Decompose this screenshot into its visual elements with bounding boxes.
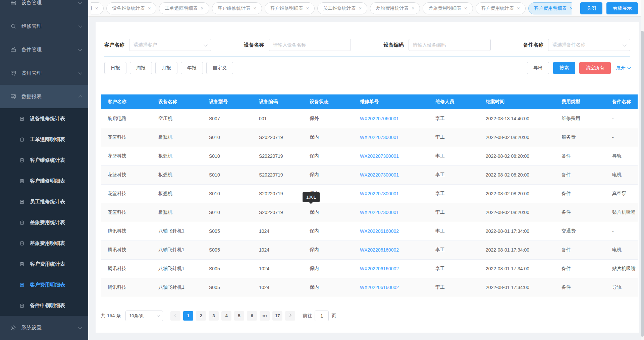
clear-all-button[interactable]: 清空所有 [579,62,611,74]
tab-7[interactable]: 差旅费用明细表× [423,2,473,14]
next-page-button[interactable] [285,311,295,321]
sidebar-item-0[interactable]: 设备管理 [0,0,88,14]
tab-8[interactable]: 客户费用统计表× [476,2,526,14]
close-icon[interactable]: × [464,6,467,11]
prev-page-button[interactable] [170,311,180,321]
repair-order-link[interactable]: WX202207300001 [353,128,429,147]
table-cell: 1024 [252,259,303,278]
table-cell: 保内 [303,278,353,297]
filter-select-0[interactable]: 请选择客户 [129,39,211,51]
close-icon[interactable]: × [570,6,572,11]
goto-page-input[interactable] [315,311,329,321]
chevron-up-icon [78,95,82,99]
tab-9[interactable]: 客户费用明细表× [528,2,572,14]
notebook-icon [19,261,25,267]
sidebar-subitem-6[interactable]: 差旅费用明细表 [0,233,88,254]
sidebar-subitem-4[interactable]: 员工维修统计表 [0,191,88,212]
tab-3[interactable]: 客户维修统计表× [212,2,262,14]
table-cell: 备件 [555,259,605,278]
filter-input-2[interactable] [409,39,491,51]
toolbar-actions: 导出 搜索 清空所有 展开 [523,62,630,74]
tab-bar: 用×设备维修统计表×工单追踪明细表×客户维修统计表×客户维修明细表×员工维修统计… [88,0,644,17]
tab-1[interactable]: 设备维修统计表× [106,2,156,14]
close-icon[interactable]: × [517,6,520,11]
sidebar-item-2[interactable]: 备件管理 [0,38,88,61]
scrollbar-thumb[interactable] [641,31,644,337]
sidebar-subitem-8[interactable]: 客户费用明细表 [0,274,88,295]
table-cell: 花篮科技 [101,128,152,147]
table-cell: 001 [252,109,303,128]
table-cell: 1024 [252,241,303,259]
repair-order-link[interactable]: WX202206160002 [353,222,429,241]
table-cell: 板翘机 [152,147,202,165]
tab-2[interactable]: 工单追踪明细表× [159,2,209,14]
table-cell: 八轴飞针机1 [152,278,202,297]
page-button-4[interactable]: 4 [221,311,231,321]
period-button-4[interactable]: 自定义 [206,62,233,74]
close-icon[interactable]: × [148,6,151,11]
page-button-2[interactable]: 2 [196,311,206,321]
repair-order-link[interactable]: WX202207060001 [353,109,429,128]
repair-order-link[interactable]: WX202207300001 [353,203,429,222]
export-button[interactable]: 导出 [527,62,549,74]
table-row-3: 花篮科技板翘机S010S20220719保内WX202207300001李工20… [101,165,638,184]
filter-group-1: 设备名称 [244,39,351,51]
page-size-select[interactable]: 10条/页 [125,311,163,321]
page-button-1[interactable]: 1 [183,311,193,321]
expand-link[interactable]: 展开 [616,65,630,71]
chevron-down-icon [204,43,207,46]
search-button[interactable]: 搜索 [553,62,575,74]
close-icon[interactable]: × [412,6,414,11]
tab-6[interactable]: 差旅费用统计表× [370,2,420,14]
page-button-5[interactable]: 5 [234,311,244,321]
close-button[interactable]: 关闭 [580,2,602,14]
tab-5[interactable]: 员工维修统计表× [317,2,367,14]
period-button-1[interactable]: 周报 [130,62,152,74]
sidebar-item-3[interactable]: 费用管理 [0,61,88,85]
repair-order-link[interactable]: WX202206160002 [353,241,429,259]
filter-input-1[interactable] [269,39,351,51]
repair-order-link[interactable]: WX202206160002 [353,278,429,297]
table-cell: S20220719 [252,184,303,203]
sidebar-item-1[interactable]: 维修管理 [0,14,88,38]
close-icon[interactable]: × [201,6,203,11]
close-icon[interactable]: × [95,6,98,11]
column-header-0: 客户名称 [101,94,152,109]
table-cell: S010 [202,147,252,165]
table-cell: 航启电路 [101,109,152,128]
sidebar-subitem-1[interactable]: 工单追踪明细表 [0,129,88,150]
period-button-0[interactable]: 日报 [104,62,126,74]
sidebar-subitem-5[interactable]: 差旅费用统计表 [0,212,88,233]
gear-icon [10,325,16,331]
sidebar-item-5[interactable]: 系统设置 [0,316,88,339]
chevron-down-icon [157,314,160,317]
repair-order-link[interactable]: WX202206160002 [353,259,429,278]
tab-4[interactable]: 客户维修明细表× [265,2,315,14]
page-button-3[interactable]: 3 [209,311,219,321]
repair-order-link[interactable]: WX202207300001 [353,147,429,165]
tab-0[interactable]: 用× [91,2,104,14]
close-icon[interactable]: × [306,6,309,11]
page-button-6[interactable]: 6 [247,311,257,321]
sidebar-subitem-3[interactable]: 客户维修明细表 [0,171,88,191]
filter-select-3[interactable]: 请选择备件名称 [548,39,630,51]
table-cell: 服务费 [555,128,605,147]
sidebar-subitem-2[interactable]: 客户维修统计表 [0,150,88,171]
close-icon[interactable]: × [254,6,256,11]
sidebar-subitem-9[interactable]: 备件申领明细表 [0,295,88,316]
period-button-2[interactable]: 月报 [155,62,177,74]
repair-order-link[interactable]: WX202207300001 [353,184,429,203]
close-icon[interactable]: × [359,6,362,11]
repair-order-link[interactable]: WX202207300001 [353,165,429,184]
chevron-down-icon [628,66,631,69]
sidebar-subitem-0[interactable]: 设备维修统计表 [0,108,88,129]
sidebar-subitem-7[interactable]: 客户费用统计表 [0,254,88,274]
page-ellipsis[interactable]: ••• [260,311,270,321]
table-row-6: 腾讯科技八轴飞针机1S0051024保内WX202206160002李工2022… [101,222,638,241]
sidebar-item-4[interactable]: 数据报表 [0,85,88,108]
page-scrollbar[interactable] [641,0,644,340]
board-display-button[interactable]: 看板展示 [606,2,638,14]
page-button-17[interactable]: 17 [272,311,282,321]
tab-label: 设备维修统计表 [112,5,145,11]
period-button-3[interactable]: 年报 [181,62,203,74]
